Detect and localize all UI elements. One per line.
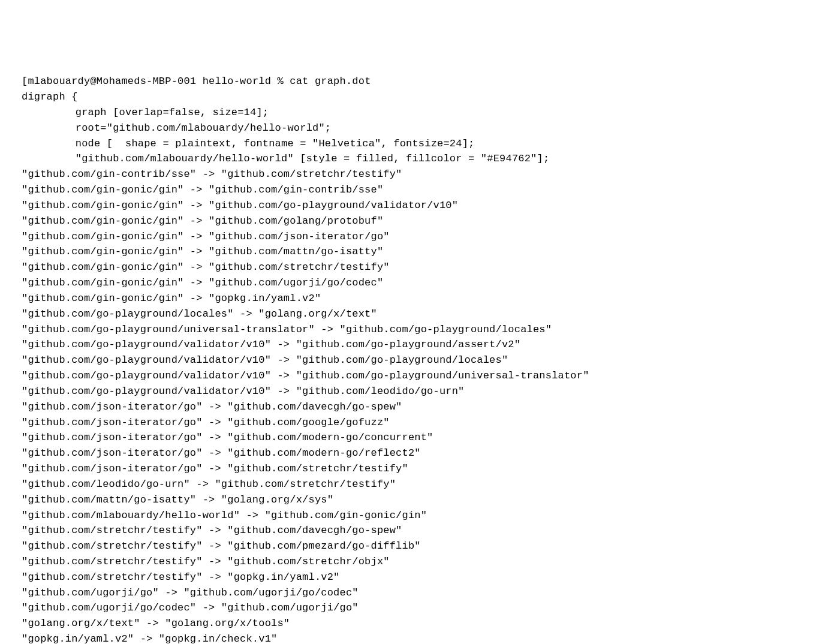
edge-line: "github.com/ugorji/go" -> "github.com/ug… [22, 585, 791, 601]
edge-line: "github.com/gin-gonic/gin" -> "gopkg.in/… [22, 291, 791, 306]
prompt-delim: % [278, 76, 284, 87]
edge-line: "github.com/go-playground/validator/v10"… [22, 384, 791, 399]
edge-line: "golang.org/x/text" -> "golang.org/x/too… [22, 616, 791, 631]
node-attr-line: node [ shape = plaintext, fontname = "He… [22, 136, 791, 152]
edge-line: "github.com/gin-gonic/gin" -> "github.co… [22, 229, 791, 245]
edge-line: "github.com/json-iterator/go" -> "github… [22, 430, 791, 446]
edge-line: "github.com/leodido/go-urn" -> "github.c… [22, 477, 791, 492]
edge-line: "github.com/ugorji/go/codec" -> "github.… [22, 600, 791, 616]
edge-line: "github.com/json-iterator/go" -> "github… [22, 446, 791, 461]
edge-line: "github.com/go-playground/validator/v10"… [22, 353, 791, 368]
edge-line: "gopkg.in/yaml.v2" -> "gopkg.in/check.v1… [22, 631, 791, 644]
edge-line: "github.com/go-playground/validator/v10"… [22, 368, 791, 384]
edge-line: "github.com/go-playground/locales" -> "g… [22, 306, 791, 322]
edge-line: "github.com/json-iterator/go" -> "github… [22, 415, 791, 431]
edge-line: "github.com/gin-gonic/gin" -> "github.co… [22, 198, 791, 213]
terminal-output: [mlabouardy@Mohameds-MBP-001 hello-world… [22, 74, 791, 644]
edge-line: "github.com/gin-gonic/gin" -> "github.co… [22, 213, 791, 229]
root-attr-line: root="github.com/mlabouardy/hello-world"… [22, 121, 791, 136]
prompt-command: cat graph.dot [290, 76, 371, 87]
edge-line: "github.com/mattn/go-isatty" -> "golang.… [22, 492, 791, 508]
graph-attr-line: graph [overlap=false, size=14]; [22, 105, 791, 121]
edge-line: "github.com/gin-gonic/gin" -> "github.co… [22, 182, 791, 198]
prompt-cwd: hello-world [203, 76, 271, 87]
edge-line: "github.com/gin-gonic/gin" -> "github.co… [22, 244, 791, 260]
prompt-line: [mlabouardy@Mohameds-MBP-001 hello-world… [22, 74, 791, 89]
edge-line: "github.com/stretchr/testify" -> "github… [22, 554, 791, 570]
prompt-user-host: mlabouardy@Mohameds-MBP-001 [28, 76, 196, 87]
edge-line: "github.com/gin-gonic/gin" -> "github.co… [22, 260, 791, 275]
edges-block: "github.com/gin-contrib/sse" -> "github.… [22, 167, 791, 644]
edge-line: "github.com/stretchr/testify" -> "github… [22, 538, 791, 554]
edge-line: "github.com/go-playground/universal-tran… [22, 322, 791, 338]
edge-line: "github.com/stretchr/testify" -> "github… [22, 523, 791, 538]
prompt-open-bracket: [ [22, 76, 28, 87]
edge-line: "github.com/json-iterator/go" -> "github… [22, 399, 791, 415]
edge-line: "github.com/mlabouardy/hello-world" -> "… [22, 508, 791, 523]
highlight-node-line: "github.com/mlabouardy/hello-world" [sty… [22, 151, 791, 167]
edge-line: "github.com/json-iterator/go" -> "github… [22, 461, 791, 477]
edge-line: "github.com/stretchr/testify" -> "gopkg.… [22, 570, 791, 585]
edge-line: "github.com/gin-gonic/gin" -> "github.co… [22, 275, 791, 291]
edge-line: "github.com/go-playground/validator/v10"… [22, 337, 791, 353]
edge-line: "github.com/gin-contrib/sse" -> "github.… [22, 167, 791, 182]
digraph-open-line: digraph { [22, 89, 791, 105]
